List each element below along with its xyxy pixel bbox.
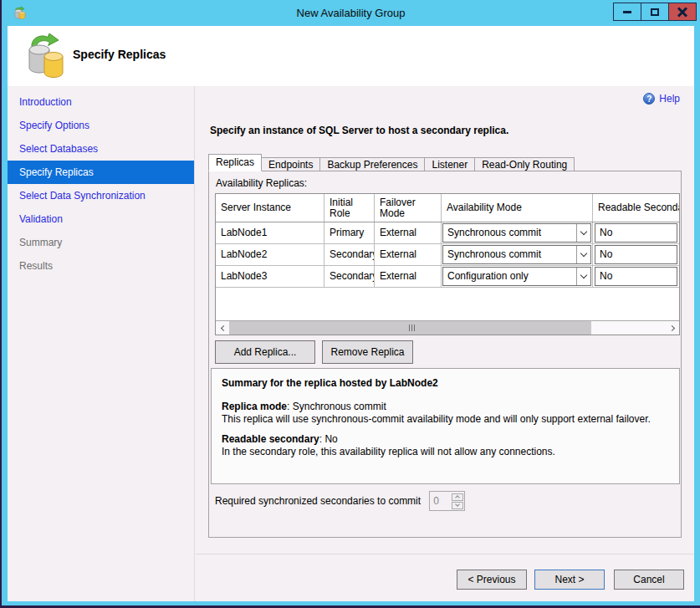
sidebar-item-results: Results <box>8 254 194 278</box>
column-header-failover-mode: Failover Mode <box>375 194 442 222</box>
initial-role-cell: Secondary <box>324 266 375 287</box>
tab-replicas[interactable]: Replicas <box>208 154 262 171</box>
tab-read-only-routing[interactable]: Read-Only Routing <box>474 157 575 171</box>
chevron-right-icon <box>668 324 674 330</box>
failover-mode-cell: External <box>375 222 442 243</box>
main-content: ? Help Specify an instance of SQL Server… <box>196 86 694 601</box>
chevron-left-icon <box>220 324 226 330</box>
chevron-down-icon <box>580 228 587 235</box>
availability-replicas-grid: Server Instance Initial Role Failover Mo… <box>215 193 680 335</box>
availability-mode-value: Configuration only <box>443 268 576 285</box>
availability-mode-value: Synchronous commit <box>443 224 576 242</box>
server-instance-cell: LabNode3 <box>216 266 324 287</box>
column-header-server-instance: Server Instance <box>216 194 324 222</box>
replica-summary-box: Summary for the replica hosted by LabNod… <box>211 368 680 484</box>
initial-role-cell: Primary <box>324 222 375 243</box>
availability-mode-cell: Synchronous commit <box>442 222 593 243</box>
sidebar-item-summary: Summary <box>8 231 194 254</box>
cancel-button[interactable]: Cancel <box>614 570 684 590</box>
server-instance-cell: LabNode1 <box>216 222 324 243</box>
window-controls <box>614 3 697 21</box>
server-instance-cell: LabNode2 <box>216 244 324 265</box>
scrollbar-grip-icon <box>409 324 410 331</box>
availability-mode-dropdown[interactable]: Synchronous commit <box>442 245 591 264</box>
sidebar-item-select-databases[interactable]: Select Databases <box>8 137 194 161</box>
replica-mode-value: : Synchronous commit <box>287 401 386 412</box>
scrollbar-thumb[interactable] <box>229 321 591 335</box>
spinner-buttons <box>451 492 464 510</box>
replica-row-labnode1[interactable]: LabNode1 Primary External Synchronous co… <box>216 222 679 244</box>
database-sync-icon <box>24 31 68 83</box>
readable-secondary-label: Readable secondary <box>222 433 319 445</box>
sidebar-item-introduction[interactable]: Introduction <box>8 90 194 114</box>
dropdown-button[interactable] <box>576 224 590 242</box>
maximize-icon <box>651 8 659 16</box>
wizard-header: Specify Replicas <box>8 26 694 86</box>
remove-replica-button[interactable]: Remove Replica <box>322 340 413 364</box>
availability-mode-cell: Configuration only <box>442 266 593 287</box>
grid-rows-area: Server Instance Initial Role Failover Mo… <box>216 194 679 320</box>
column-header-availability-mode: Availability Mode <box>442 194 593 222</box>
sidebar-item-validation[interactable]: Validation <box>8 207 194 231</box>
chevron-down-icon <box>580 272 587 278</box>
chevron-down-icon <box>455 502 460 507</box>
availability-mode-cell: Synchronous commit <box>442 244 593 265</box>
readable-secondary-dropdown[interactable]: No <box>595 223 677 243</box>
summary-title: Summary for the replica hosted by LabNod… <box>222 377 669 390</box>
availability-mode-dropdown[interactable]: Configuration only <box>442 267 591 286</box>
sidebar-item-specify-replicas[interactable]: Specify Replicas <box>8 161 194 184</box>
replica-mode-summary: Replica mode: Synchronous commit This re… <box>222 401 669 426</box>
readable-secondary-dropdown[interactable]: No <box>595 245 677 264</box>
tab-strip: Replicas Endpoints Backup Preferences Li… <box>208 154 574 171</box>
replica-mode-description: This replica will use synchronous-commit… <box>222 413 669 426</box>
scroll-left-button[interactable] <box>216 321 229 335</box>
required-commit-row: Required synchronized secondaries to com… <box>215 491 465 511</box>
readable-secondary-dropdown[interactable]: No <box>595 267 677 286</box>
readable-secondary-description: In the secondary role, this availability… <box>222 446 669 458</box>
dropdown-button[interactable] <box>576 268 590 285</box>
previous-button[interactable]: < Previous <box>457 570 527 590</box>
add-replica-button[interactable]: Add Replica... <box>215 340 315 364</box>
new-availability-group-window: New Availability Group Specify Replicas <box>0 0 700 608</box>
close-icon <box>677 7 687 17</box>
replica-row-labnode3[interactable]: LabNode3 Secondary External Configuratio… <box>216 266 679 288</box>
tab-backup-preferences[interactable]: Backup Preferences <box>319 157 425 171</box>
footer-divider <box>196 554 694 554</box>
tab-listener[interactable]: Listener <box>424 157 475 171</box>
scrollbar-track[interactable] <box>591 321 666 335</box>
column-header-initial-role: Initial Role <box>324 194 375 222</box>
minimize-icon <box>623 11 631 13</box>
failover-mode-cell: External <box>375 244 442 265</box>
maximize-button[interactable] <box>641 3 669 21</box>
dropdown-button[interactable] <box>576 246 590 263</box>
readable-secondary-value: No <box>600 249 612 260</box>
spinner-up-button <box>452 493 463 501</box>
readable-secondary-cell: No <box>593 222 679 243</box>
failover-mode-cell: External <box>375 266 442 287</box>
availability-replicas-label: Availability Replicas: <box>216 177 307 189</box>
availability-mode-value: Synchronous commit <box>443 246 576 263</box>
column-header-readable-secondary: Readable Secondary <box>593 194 679 222</box>
grid-header-row: Server Instance Initial Role Failover Mo… <box>216 194 679 222</box>
replica-mode-label: Replica mode <box>222 401 287 412</box>
tab-endpoints[interactable]: Endpoints <box>261 157 320 171</box>
availability-mode-dropdown[interactable]: Synchronous commit <box>442 223 591 243</box>
readable-secondary-summary: Readable secondary: No In the secondary … <box>222 433 669 458</box>
close-button[interactable] <box>668 3 697 21</box>
spinner-down-button <box>452 502 463 509</box>
sidebar-item-select-data-synchronization[interactable]: Select Data Synchronization <box>8 184 194 207</box>
next-button[interactable]: Next > <box>534 570 605 590</box>
required-commit-value: 0 <box>430 492 451 510</box>
initial-role-cell: Secondary <box>324 244 375 265</box>
chevron-up-icon <box>455 495 460 500</box>
help-icon: ? <box>643 93 655 105</box>
required-commit-label: Required synchronized secondaries to com… <box>215 495 421 507</box>
minimize-button[interactable] <box>613 3 641 21</box>
readable-secondary-cell: No <box>593 266 679 287</box>
scroll-right-button[interactable] <box>666 321 679 335</box>
sidebar-item-specify-options[interactable]: Specify Options <box>8 114 194 137</box>
horizontal-scrollbar[interactable] <box>216 320 679 335</box>
replica-row-labnode2[interactable]: LabNode2 Secondary External Synchronous … <box>216 244 679 266</box>
chevron-down-icon <box>580 250 587 257</box>
help-link[interactable]: ? Help <box>643 93 680 105</box>
